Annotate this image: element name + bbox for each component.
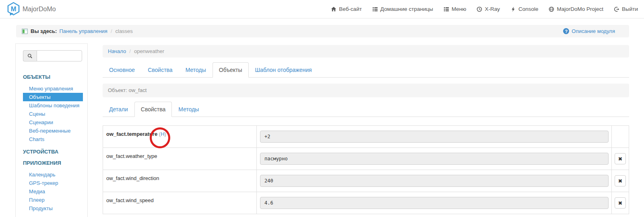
history-link[interactable]: Н xyxy=(161,131,164,137)
topnav-console[interactable]: Console xyxy=(505,6,544,12)
list-icon xyxy=(444,6,449,12)
class-tab[interactable]: Свойства xyxy=(141,62,179,78)
sidebar-item[interactable]: Веб-переменные xyxy=(23,127,83,135)
property-name: ow_fact.wind_direction xyxy=(106,175,159,181)
property-row: ow_fact.wind_direction✖ xyxy=(103,170,629,192)
main-content: Начало / openweather ОсновноеСвойстваМет… xyxy=(103,45,629,214)
property-name-cell: ow_fact.wind_direction xyxy=(103,170,257,192)
sidebar-section-title: ПРИЛОЖЕНИЯ xyxy=(23,160,83,166)
list-icon xyxy=(372,6,378,12)
remove-property-button[interactable]: ✖ xyxy=(615,153,626,164)
topnav-label: X-Ray xyxy=(485,6,500,12)
object-tabs: ДеталиСвойстваМетоды xyxy=(103,102,629,117)
sidebar-item[interactable]: Меню управления xyxy=(23,84,83,93)
majordomo-logo-icon: M xyxy=(7,2,20,18)
property-value-cell xyxy=(257,170,612,192)
object-panel: Объект: ow_fact xyxy=(103,84,629,97)
property-actions-cell: ✖ xyxy=(612,170,629,192)
control-panel-link[interactable]: Панель управления xyxy=(59,28,107,34)
signout-icon xyxy=(614,6,619,12)
property-name: ow_fact.wind_speed xyxy=(106,197,154,203)
home-link[interactable]: Начало xyxy=(108,48,126,54)
property-value-input[interactable] xyxy=(260,197,609,209)
search-icon xyxy=(23,50,37,61)
object-tab[interactable]: Методы xyxy=(172,102,205,117)
breadcrumb-current-class: openweather xyxy=(134,48,164,54)
sidebar-item[interactable]: Продукты xyxy=(23,204,83,213)
sidebar-item[interactable]: GPS-трекер xyxy=(23,179,83,187)
breadcrumb-current: classes xyxy=(116,28,133,34)
object-tab[interactable]: Детали xyxy=(103,102,134,117)
class-breadcrumb: Начало / openweather xyxy=(103,45,629,57)
class-tab[interactable]: Основное xyxy=(103,62,141,78)
module-description-label: Описание модуля xyxy=(572,28,615,34)
class-tab[interactable]: Объекты xyxy=(213,62,249,78)
app-header: M MajorDoMo Веб-сайтДомашние страницыМен… xyxy=(0,0,644,18)
object-tab[interactable]: Свойства xyxy=(134,102,172,117)
topnav-label: Выйти xyxy=(622,6,638,12)
globe-icon xyxy=(549,6,554,12)
property-name-cell: ow_fact.temperature (Н) xyxy=(103,126,257,148)
sidebar-section-title: ОБЪЕКТЫ xyxy=(23,74,83,80)
property-row: ow_fact.wind_speed✖ xyxy=(103,192,629,214)
sidebar-search-input[interactable] xyxy=(37,50,82,61)
topnav-logout[interactable]: Выйти xyxy=(609,6,643,12)
property-value-cell xyxy=(257,148,612,170)
property-name: ow_fact.temperature xyxy=(106,131,157,137)
panel-window-icon xyxy=(22,29,28,34)
sidebar-item[interactable]: Плеер xyxy=(23,196,83,204)
property-row: ow_fact.weather_type✖ xyxy=(103,148,629,170)
sidebar-item[interactable]: Шаблоны поведения xyxy=(23,101,83,110)
property-value-cell xyxy=(257,192,612,214)
breadcrumb-separator: / xyxy=(111,28,112,34)
topnav-home-pages[interactable]: Домашние страницы xyxy=(367,6,438,12)
topnav-xray[interactable]: X-Ray xyxy=(471,6,505,12)
property-value-input[interactable] xyxy=(260,153,609,165)
topnav-label: Веб-сайт xyxy=(339,6,362,12)
sidebar-item[interactable]: Объекты xyxy=(23,93,83,101)
property-name-cell: ow_fact.weather_type xyxy=(103,148,257,170)
property-actions-cell: ✖ xyxy=(612,192,629,214)
history-paren: ) xyxy=(165,131,166,137)
breadcrumb-separator: / xyxy=(129,48,131,54)
property-name: ow_fact.weather_type xyxy=(106,153,157,159)
sidebar: ОБЪЕКТЫМеню управленияОбъектыШаблоны пов… xyxy=(15,43,88,217)
breadcrumb: Вы здесь: Панель управления / classes ? … xyxy=(16,25,629,37)
topnav-label: Домашние страницы xyxy=(380,6,433,12)
topnav-website[interactable]: Веб-сайт xyxy=(326,6,367,12)
property-actions-cell xyxy=(612,126,629,148)
you-are-here-label: Вы здесь: xyxy=(31,28,57,34)
topnav-project[interactable]: MajorDoMo Project xyxy=(543,6,609,12)
class-tabs: ОсновноеСвойстваМетодыОбъектыШаблон отоб… xyxy=(103,62,629,78)
home-icon xyxy=(331,6,336,12)
sidebar-item[interactable]: Календарь xyxy=(23,170,83,179)
clock-icon xyxy=(477,6,482,12)
property-value-cell xyxy=(257,126,612,148)
sidebar-item[interactable]: Charts xyxy=(23,135,83,143)
property-actions-cell: ✖ xyxy=(612,148,629,170)
remove-property-button[interactable]: ✖ xyxy=(615,175,626,186)
property-name-cell: ow_fact.wind_speed xyxy=(103,192,257,214)
sidebar-item[interactable]: Сцены xyxy=(23,110,83,118)
remove-property-button[interactable]: ✖ xyxy=(615,197,626,209)
topnav-label: MajorDoMo Project xyxy=(557,6,603,12)
bolt-icon xyxy=(510,6,516,12)
question-icon: ? xyxy=(563,28,569,34)
sidebar-item[interactable]: Медиа xyxy=(23,187,83,196)
topnav-menu[interactable]: Меню xyxy=(438,6,472,12)
property-value-input[interactable] xyxy=(260,131,609,143)
sidebar-item[interactable]: Сценарии xyxy=(23,118,83,127)
sidebar-search xyxy=(23,50,82,61)
topnav-label: Console xyxy=(518,6,539,12)
topnav-label: Меню xyxy=(452,6,466,12)
class-tab[interactable]: Шаблон отображения xyxy=(249,62,318,78)
properties-table: ow_fact.temperature (Н)ow_fact.weather_t… xyxy=(103,125,629,214)
top-nav: Веб-сайтДомашние страницыМенюX-RayConsol… xyxy=(326,0,643,18)
module-description-link[interactable]: ? Описание модуля xyxy=(563,28,615,34)
class-tab[interactable]: Методы xyxy=(179,62,213,78)
property-value-input[interactable] xyxy=(260,175,609,187)
page: M MajorDoMo Веб-сайтДомашние страницыМен… xyxy=(0,0,644,217)
sidebar-nav: ОБЪЕКТЫМеню управленияОбъектыШаблоны пов… xyxy=(16,74,87,213)
logo-letter: M xyxy=(11,5,17,12)
property-row: ow_fact.temperature (Н) xyxy=(103,126,629,148)
